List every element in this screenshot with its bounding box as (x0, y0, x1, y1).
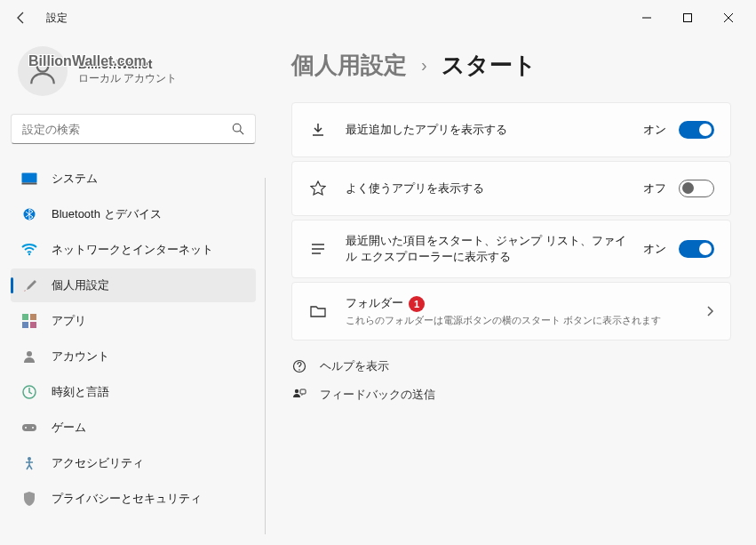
svg-point-25 (298, 369, 300, 371)
sidebar-item-label: ゲーム (52, 420, 86, 436)
window-title: 設定 (46, 11, 68, 26)
sidebar-item-label: 個人用設定 (52, 277, 109, 293)
gaming-icon (21, 420, 37, 436)
accessibility-icon (21, 455, 37, 471)
sidebar-item-label: 時刻と言語 (52, 384, 109, 400)
brush-icon (21, 277, 37, 293)
breadcrumb-parent[interactable]: 個人用設定 (291, 50, 407, 81)
apps-icon (21, 313, 37, 329)
tile-label: よく使うアプリを表示する (346, 180, 643, 196)
maximize-button[interactable] (667, 4, 708, 32)
sidebar-item-label: ネットワークとインターネット (52, 242, 213, 258)
chevron-right-icon (705, 305, 714, 317)
clock-globe-icon (21, 384, 37, 400)
folder-icon (308, 304, 328, 318)
search-input[interactable] (11, 114, 256, 144)
sidebar-item-privacy[interactable]: プライバシーとセキュリティ (11, 482, 256, 516)
svg-point-4 (37, 60, 49, 72)
shield-icon (21, 491, 37, 507)
tile-most-used[interactable]: よく使うアプリを表示する オフ (291, 161, 731, 216)
svg-rect-13 (22, 322, 28, 328)
toggle-state-label: オン (643, 122, 666, 138)
sidebar-item-network[interactable]: ネットワークとインターネット (11, 233, 256, 267)
account-block[interactable]: BillionWallet ローカル アカウント BillionWallet.c… (11, 36, 256, 114)
feedback-link[interactable]: フィードバックの送信 (291, 387, 731, 403)
svg-line-6 (240, 131, 243, 134)
toggle-state-label: オン (643, 241, 666, 257)
close-button[interactable] (708, 4, 749, 32)
tile-recent-items[interactable]: 最近開いた項目をスタート、ジャンプ リスト、ファイル エクスプローラーに表示する… (291, 220, 731, 278)
sidebar-item-label: アカウント (52, 349, 109, 365)
sidebar-item-time-language[interactable]: 時刻と言語 (11, 375, 256, 409)
sidebar-item-personalization[interactable]: 個人用設定 (11, 268, 256, 302)
account-type: ローカル アカウント (78, 71, 177, 86)
svg-point-5 (233, 124, 241, 132)
sidebar-item-apps[interactable]: アプリ (11, 304, 256, 338)
sidebar-item-bluetooth[interactable]: Bluetooth とデバイス (11, 197, 256, 231)
search-field[interactable] (22, 123, 232, 136)
sidebar-item-label: アクセシビリティ (52, 455, 144, 471)
download-icon (308, 122, 328, 138)
svg-point-10 (28, 253, 30, 255)
sidebar-item-label: プライバシーとセキュリティ (52, 491, 202, 507)
link-label: フィードバックの送信 (320, 387, 435, 403)
breadcrumb-current: スタート (442, 50, 537, 81)
badge: 1 (409, 296, 425, 312)
svg-rect-12 (30, 314, 36, 320)
svg-rect-27 (300, 389, 306, 394)
svg-point-18 (25, 427, 27, 429)
tile-folders[interactable]: フォルダー1 これらのフォルダーは電源ボタンの横のスタート ボタンに表示されます (291, 282, 731, 341)
account-name: BillionWallet (78, 57, 177, 71)
tile-sublabel: これらのフォルダーは電源ボタンの横のスタート ボタンに表示されます (346, 314, 705, 327)
svg-rect-11 (22, 314, 28, 320)
svg-point-19 (32, 427, 34, 429)
sidebar-item-system[interactable]: システム (11, 162, 256, 196)
sidebar-item-accounts[interactable]: アカウント (11, 340, 256, 373)
sidebar-item-label: アプリ (52, 313, 86, 329)
toggle-most-used[interactable] (679, 180, 714, 197)
sidebar-item-label: Bluetooth とデバイス (52, 206, 162, 222)
bluetooth-icon (21, 206, 37, 222)
help-icon (291, 358, 307, 374)
sidebar-item-gaming[interactable]: ゲーム (11, 411, 256, 445)
breadcrumb: 個人用設定 › スタート (291, 50, 731, 81)
user-icon (21, 349, 37, 365)
toggle-state-label: オフ (643, 180, 666, 196)
svg-point-15 (27, 351, 32, 357)
sidebar-divider (265, 178, 266, 534)
svg-rect-14 (30, 322, 36, 328)
link-label: ヘルプを表示 (320, 358, 389, 374)
chevron-right-icon: › (421, 55, 427, 76)
star-icon (308, 180, 328, 196)
minimize-button[interactable] (626, 4, 667, 32)
toggle-recent-apps[interactable] (679, 121, 714, 139)
list-icon (308, 243, 328, 255)
svg-rect-8 (22, 183, 37, 185)
back-button[interactable] (7, 4, 36, 32)
tile-label: 最近追加したアプリを表示する (346, 122, 643, 138)
avatar (18, 46, 68, 96)
tile-label: フォルダー1 (346, 295, 705, 312)
tile-recent-apps[interactable]: 最近追加したアプリを表示する オン (291, 102, 731, 157)
toggle-recent-items[interactable] (679, 240, 714, 258)
svg-rect-17 (22, 424, 36, 431)
feedback-icon (291, 387, 307, 403)
wifi-icon (21, 242, 37, 258)
search-icon (232, 123, 244, 135)
svg-rect-1 (684, 14, 692, 22)
sidebar-item-accessibility[interactable]: アクセシビリティ (11, 446, 256, 480)
svg-point-20 (28, 457, 31, 461)
svg-rect-7 (22, 173, 37, 183)
svg-point-26 (295, 389, 298, 392)
display-icon (21, 171, 37, 187)
tile-label: 最近開いた項目をスタート、ジャンプ リスト、ファイル エクスプローラーに表示する (346, 233, 630, 265)
sidebar-item-label: システム (52, 171, 98, 187)
help-link[interactable]: ヘルプを表示 (291, 358, 731, 374)
